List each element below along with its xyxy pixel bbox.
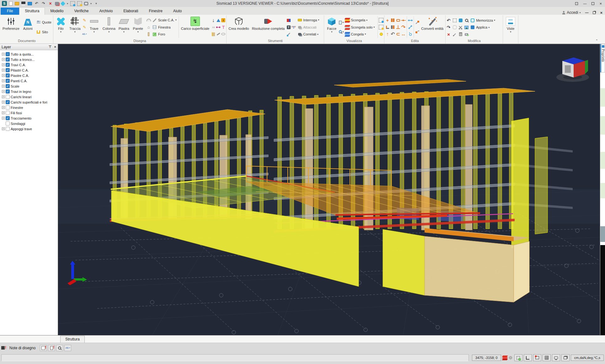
- grid-toggle[interactable]: [543, 354, 551, 361]
- layer-item[interactable]: +✓Pareti C.A.: [1, 78, 58, 83]
- tab-struttura[interactable]: Struttura: [19, 7, 45, 15]
- brush-icon[interactable]: [286, 32, 291, 36]
- flag-check-icon[interactable]: [286, 18, 291, 23]
- select-window-icon[interactable]: [452, 18, 457, 23]
- close-button[interactable]: ×: [599, 2, 602, 5]
- delete-icon[interactable]: ×: [48, 1, 53, 6]
- properties-tab[interactable]: Proprietà: [600, 44, 605, 72]
- risoluzione-completa-button[interactable]: Risoluzione completa: [251, 15, 286, 39]
- doc-restore-button[interactable]: [593, 11, 596, 14]
- layers-status-icon[interactable]: [502, 356, 507, 360]
- layer-item[interactable]: +✓Scale: [1, 83, 58, 89]
- model-warning-icon[interactable]: !: [40, 345, 47, 351]
- scongela-solo-button[interactable]: Scongela solo▾: [344, 25, 377, 30]
- layer-item[interactable]: +✓Tutto a tronco...: [1, 57, 58, 62]
- support-icon[interactable]: I: [221, 18, 226, 23]
- attaccati-button[interactable]: Attaccati: [296, 24, 323, 30]
- layer-item[interactable]: +−Tutto a quota...: [1, 51, 58, 57]
- image-icon[interactable]: [464, 25, 469, 30]
- layer-item[interactable]: +✓Travi in legno: [1, 89, 58, 94]
- print-preview-icon[interactable]: [55, 2, 59, 5]
- foro-button[interactable]: ↗ Foro: [145, 31, 178, 37]
- isometric-view-icon[interactable]: [61, 1, 66, 6]
- load-test-icon[interactable]: [291, 25, 296, 29]
- converti-entita-button[interactable]: Converti entità: [420, 15, 445, 39]
- congela-button[interactable]: Congela▾: [344, 32, 377, 37]
- account-button[interactable]: Accedi ▾: [562, 10, 581, 15]
- selection-hide-icon[interactable]: [77, 1, 82, 6]
- filo-button[interactable]: Filo▾: [54, 15, 68, 39]
- ortho-toggle[interactable]: [524, 354, 532, 361]
- correlati-button[interactable]: Correlati▾: [296, 31, 323, 37]
- facce-button[interactable]: Facce▾: [325, 15, 339, 39]
- tooltip-toggle[interactable]: [552, 354, 560, 361]
- undo-edit-icon[interactable]: ↶: [446, 18, 451, 23]
- zoom-tool-icon[interactable]: ▾: [339, 29, 344, 34]
- dimension-line-icon[interactable]: AB↗: [82, 32, 87, 36]
- tab-finestre[interactable]: Finestre: [144, 8, 168, 15]
- select-fence-icon[interactable]: [452, 25, 457, 30]
- hide-selection-icon[interactable]: [379, 25, 383, 29]
- isometric-view-caret[interactable]: ▾: [67, 2, 68, 5]
- float-window-button[interactable]: ↑: [575, 2, 578, 5]
- hatch-load-icon[interactable]: [211, 32, 216, 36]
- redo-icon[interactable]: ↷: [41, 1, 46, 6]
- contain-icon[interactable]: ⊂: [396, 32, 400, 36]
- select-all-icon[interactable]: [458, 18, 463, 23]
- zoom-note-icon[interactable]: [56, 345, 63, 351]
- array-icon[interactable]: [390, 18, 395, 23]
- camera-add-icon[interactable]: [464, 32, 469, 37]
- draw-pencil-icon[interactable]: ✎: [82, 18, 87, 23]
- sweep-icon[interactable]: [415, 20, 420, 25]
- layer-item[interactable]: +✓Carichi lineari: [1, 94, 58, 99]
- applica-button[interactable]: Applica▾: [470, 25, 490, 30]
- link-nodes-icon[interactable]: [216, 25, 221, 29]
- layer-item[interactable]: +✓Pilastri C.A.: [1, 67, 58, 73]
- sheet-warning-icon[interactable]: !: [48, 345, 55, 351]
- layer-item[interactable]: +✓Tracciamento: [1, 115, 58, 121]
- align-icon[interactable]: ↑: [385, 32, 390, 36]
- azioni-button[interactable]: N Azioni: [21, 15, 35, 39]
- undo-icon[interactable]: ↶: [34, 1, 39, 6]
- delete-edit-icon[interactable]: ×: [446, 32, 451, 37]
- layer-item[interactable]: +✓Appoggi trave: [1, 126, 58, 131]
- layer-item[interactable]: +✓Fili fissi: [1, 110, 58, 115]
- memorizza-button[interactable]: Memorizza▾: [470, 18, 495, 23]
- quote-button[interactable]: Quote: [35, 19, 52, 25]
- cone-constraint-icon[interactable]: [216, 18, 221, 23]
- layer-item[interactable]: +✓Piastre C.A.: [1, 73, 58, 78]
- show-selection-icon[interactable]: [379, 18, 383, 23]
- piastra-button[interactable]: Piastra▾: [117, 15, 131, 39]
- rotate-icon[interactable]: ↷: [401, 25, 406, 29]
- open-blue-folder-icon[interactable]: [28, 2, 32, 5]
- corner-icon[interactable]: [385, 25, 390, 29]
- pin-icon[interactable]: ⊤: [49, 45, 52, 49]
- minimize-button[interactable]: —: [583, 2, 586, 5]
- view-cube-icon[interactable]: ▾: [339, 20, 344, 25]
- add-to-selection-toggle[interactable]: +: [514, 354, 522, 361]
- parete-button[interactable]: Parete▾: [131, 15, 145, 39]
- join-icon[interactable]: [401, 18, 406, 23]
- collapse-ribbon-chevron[interactable]: ⌃: [596, 39, 598, 42]
- offset-icon[interactable]: [396, 18, 400, 23]
- line-load-icon[interactable]: ↓↓↓: [211, 25, 216, 29]
- tab-file[interactable]: File: [1, 8, 19, 15]
- drop-node-icon[interactable]: [408, 32, 413, 36]
- doc-close-button[interactable]: ×: [600, 11, 602, 14]
- layer-item[interactable]: +✓Travi C.A.: [1, 62, 58, 67]
- tab-aiuto[interactable]: Aiuto: [168, 8, 187, 15]
- mirror-icon[interactable]: [390, 25, 395, 29]
- point-load-icon[interactable]: ↓: [211, 18, 216, 23]
- document-tab-struttura[interactable]: Struttura: [60, 336, 85, 343]
- open-folder-icon[interactable]: [15, 2, 19, 5]
- new-file-icon[interactable]: [9, 1, 13, 6]
- layer-item[interactable]: +✓Finestre: [1, 105, 58, 110]
- window-view-caret[interactable]: ▾: [90, 2, 92, 5]
- customize-toolbar-icon[interactable]: ▾: [94, 1, 99, 6]
- tab-modello[interactable]: Modello: [45, 8, 69, 15]
- scissors-icon[interactable]: [458, 25, 463, 30]
- viste-button[interactable]: ••• Viste▾: [504, 15, 517, 39]
- viewport-canvas[interactable]: [58, 44, 600, 335]
- zoom-select-icon[interactable]: [464, 18, 469, 23]
- selection-show-icon[interactable]: [70, 1, 75, 6]
